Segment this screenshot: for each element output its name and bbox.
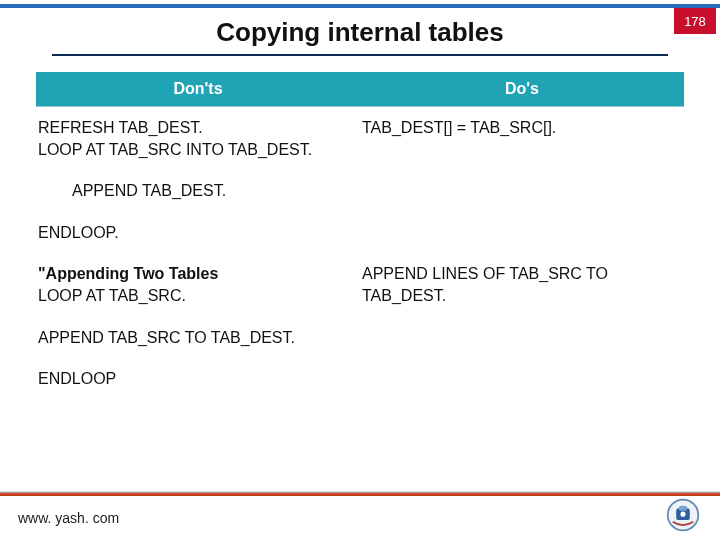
cell-left: ENDLOOP [36, 358, 360, 400]
table-row: REFRESH TAB_DEST. LOOP AT TAB_SRC INTO T… [36, 107, 684, 171]
header-dos: Do's [360, 72, 684, 107]
cell-left-bold: "Appending Two Tables [38, 265, 218, 282]
title-bar: Copying internal tables [0, 10, 720, 54]
title-underline [52, 54, 668, 56]
cell-right [360, 358, 684, 400]
cell-left: REFRESH TAB_DEST. LOOP AT TAB_SRC INTO T… [36, 107, 360, 171]
table-row: ENDLOOP [36, 358, 684, 400]
table-header-row: Don'ts Do's [36, 72, 684, 107]
cell-right [360, 317, 684, 359]
cell-right: TAB_DEST[] = TAB_SRC[]. [360, 107, 684, 171]
cell-right [360, 170, 684, 212]
header-donts: Don'ts [36, 72, 360, 107]
cell-right [360, 212, 684, 254]
page-title: Copying internal tables [216, 17, 504, 48]
cell-left: APPEND TAB_SRC TO TAB_DEST. [36, 317, 360, 359]
table-row: ENDLOOP. [36, 212, 684, 254]
content-area: Don'ts Do's REFRESH TAB_DEST. LOOP AT TA… [36, 72, 684, 400]
table-row: APPEND TAB_SRC TO TAB_DEST. [36, 317, 684, 359]
table-row: "Appending Two Tables LOOP AT TAB_SRC. A… [36, 253, 684, 316]
slide: Copying internal tables 178 Don'ts Do's … [0, 0, 720, 540]
svg-point-3 [680, 512, 685, 517]
svg-rect-2 [679, 506, 688, 511]
cell-left: APPEND TAB_DEST. [36, 170, 360, 212]
page-number-badge: 178 [674, 8, 716, 34]
cell-left-line2: LOOP AT TAB_SRC. [38, 287, 186, 304]
page-number: 178 [684, 14, 706, 29]
title-top-line [0, 4, 720, 8]
table-row: APPEND TAB_DEST. [36, 170, 684, 212]
comparison-table: Don'ts Do's REFRESH TAB_DEST. LOOP AT TA… [36, 72, 684, 400]
logo-icon [666, 498, 700, 532]
bottom-divider [0, 492, 720, 496]
cell-left: ENDLOOP. [36, 212, 360, 254]
cell-left: "Appending Two Tables LOOP AT TAB_SRC. [36, 253, 360, 316]
cell-right: APPEND LINES OF TAB_SRC TO TAB_DEST. [360, 253, 684, 316]
footer-url: www. yash. com [18, 510, 119, 526]
